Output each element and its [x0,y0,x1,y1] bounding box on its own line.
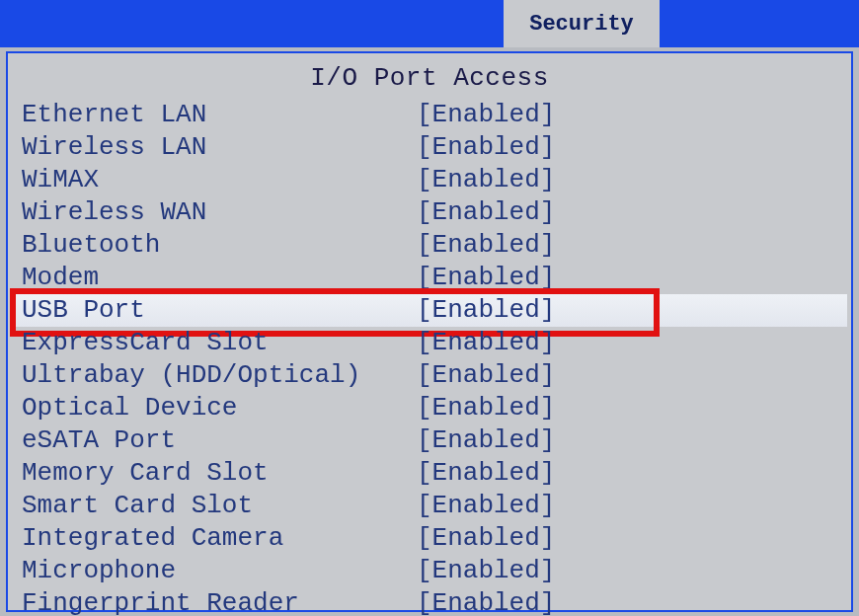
setting-label: Microphone [22,555,417,587]
setting-row[interactable]: Integrated Camera[Enabled] [12,522,847,555]
setting-row[interactable]: Optical Device[Enabled] [12,392,847,424]
setting-label: Smart Card Slot [22,490,417,522]
setting-row[interactable]: Wireless LAN[Enabled] [12,131,847,164]
setting-value[interactable]: [Enabled] [417,424,837,457]
setting-label: Wireless LAN [22,131,417,164]
setting-label: Memory Card Slot [22,457,417,490]
setting-value[interactable]: [Enabled] [417,327,837,359]
setting-row[interactable]: WiMAX[Enabled] [12,164,847,196]
setting-row[interactable]: Smart Card Slot[Enabled] [12,490,847,522]
setting-label: Ethernet LAN [22,99,417,131]
setting-row[interactable]: Bluetooth[Enabled] [12,229,847,262]
setting-value[interactable]: [Enabled] [417,392,837,424]
settings-list: Ethernet LAN[Enabled]Wireless LAN[Enable… [8,99,851,616]
setting-value[interactable]: [Enabled] [417,294,837,327]
setting-row[interactable]: Ethernet LAN[Enabled] [12,99,847,131]
tab-security[interactable]: Security [504,0,660,47]
setting-value[interactable]: [Enabled] [417,196,837,229]
setting-label: eSATA Port [22,424,417,457]
setting-value[interactable]: [Enabled] [417,131,837,164]
setting-row[interactable]: Memory Card Slot[Enabled] [12,457,847,490]
setting-row[interactable]: USB Port[Enabled] [12,294,847,327]
setting-row[interactable]: Fingerprint Reader[Enabled] [12,587,847,616]
setting-row[interactable]: ExpressCard Slot[Enabled] [12,327,847,359]
setting-value[interactable]: [Enabled] [417,522,837,555]
page-title: I/O Port Access [8,53,851,99]
setting-value[interactable]: [Enabled] [417,555,837,587]
setting-value[interactable]: [Enabled] [417,457,837,490]
setting-label: Wireless WAN [22,196,417,229]
setting-label: Modem [22,262,417,294]
setting-row[interactable]: eSATA Port[Enabled] [12,424,847,457]
settings-panel: I/O Port Access Ethernet LAN[Enabled]Wir… [6,51,853,612]
setting-row[interactable]: Ultrabay (HDD/Optical)[Enabled] [12,359,847,392]
setting-row[interactable]: Wireless WAN[Enabled] [12,196,847,229]
setting-row[interactable]: Modem[Enabled] [12,262,847,294]
setting-label: USB Port [22,294,417,327]
setting-value[interactable]: [Enabled] [417,164,837,196]
setting-value[interactable]: [Enabled] [417,99,837,131]
tab-security-label: Security [529,12,634,37]
menu-bar-spacer [0,0,504,47]
setting-value[interactable]: [Enabled] [417,587,837,616]
setting-label: Fingerprint Reader [22,587,417,616]
setting-value[interactable]: [Enabled] [417,490,837,522]
setting-label: WiMAX [22,164,417,196]
setting-value[interactable]: [Enabled] [417,229,837,262]
setting-label: ExpressCard Slot [22,327,417,359]
setting-label: Integrated Camera [22,522,417,555]
menu-bar: Security [0,0,859,47]
setting-row[interactable]: Microphone[Enabled] [12,555,847,587]
setting-value[interactable]: [Enabled] [417,262,837,294]
setting-value[interactable]: [Enabled] [417,359,837,392]
setting-label: Bluetooth [22,229,417,262]
setting-label: Ultrabay (HDD/Optical) [22,359,417,392]
setting-label: Optical Device [22,392,417,424]
